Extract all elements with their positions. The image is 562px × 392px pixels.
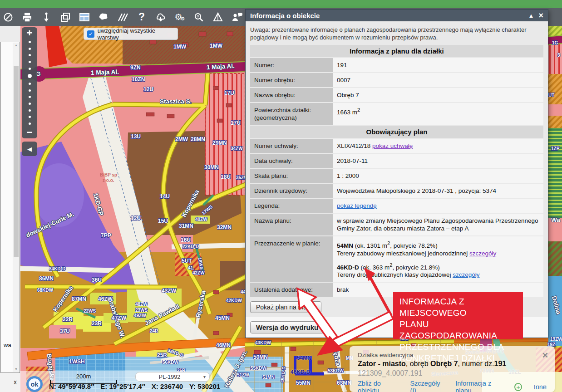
zoom-to-object-link[interactable]: Zbliż do obiektu (358, 380, 398, 392)
bottom-left-corner: x (0, 373, 20, 392)
print-icon[interactable] (21, 11, 34, 24)
table-row: Legenda: pokaż legendę (250, 199, 543, 213)
dialog-notice: Uwaga: prezentowane informacje o planach… (250, 26, 543, 41)
layers-checkbox[interactable]: ✓ (87, 30, 94, 38)
dialog-close-icon[interactable]: × (538, 12, 543, 19)
table-row: Powierzchnia działki:(geometryczna) 1663… (250, 103, 543, 125)
plan-use-entry: 46KD-D (ok. 363 m2, pokrycie 21.8%) Tere… (337, 261, 539, 279)
download-cloud-icon[interactable] (154, 11, 167, 24)
zoom-in-button[interactable]: + (27, 27, 33, 39)
panel-collapse-button[interactable]: ◀ (22, 142, 37, 156)
sidebar-scrollbar[interactable]: ▲ ▼ (13, 43, 19, 372)
layers-checkbox-label: uwzględniaj wszystkie warstwy (98, 27, 177, 41)
table-row: Przeznaczenie w planie: 54MN (ok. 1301 m… (250, 236, 543, 282)
other-link[interactable]: Inne (534, 383, 547, 391)
crs-select[interactable]: PL-1992 ▾ (135, 372, 210, 382)
plus-icon[interactable]: + (514, 383, 522, 391)
table-row: Numer uchwały: XLIX/412/18 pokaż uchwałę (250, 139, 543, 153)
details-link[interactable]: Szczegóły (I) (410, 380, 444, 392)
parcel-id: 121309_4.0007.191 (358, 369, 547, 377)
parcel-identity: Zator - miasto, obręb Obręb 7, numer dz.… (358, 360, 547, 368)
coordinates-pin-icon[interactable] (40, 11, 53, 24)
copy-frames-icon[interactable] (59, 11, 72, 24)
zoom-slider[interactable] (28, 39, 32, 127)
section-header-plan: Obowiązujący plan (250, 126, 543, 138)
scroll-down-icon[interactable]: ▼ (13, 367, 19, 372)
help-icon[interactable]: ? (135, 11, 148, 24)
section-header-parcel: Informacja z planu dla działki (250, 45, 543, 57)
chevron-down-icon: ▾ (203, 374, 206, 379)
annotation-box: INFORMACJA Z MIEJSCOWEGO PLANU ZAGOSPODA… (393, 292, 523, 339)
sidebar-panel: wa ▲ ▼ (0, 42, 20, 373)
region-shape-icon[interactable] (97, 11, 110, 24)
scroll-up-icon[interactable]: ▲ (13, 43, 19, 48)
top-green-banner (0, 0, 562, 9)
dialog-titlebar[interactable]: Informacja o obiekcie ▲ × (246, 10, 548, 21)
table-row: Skala planu: 1 : 2000 (250, 169, 543, 183)
table-row: Numer obrębu: 0007 (250, 73, 543, 87)
print-version-button[interactable]: Wersja do wydruku (250, 321, 324, 333)
popup-links: Zbliż do obiektu Szczegóły (I) Informacj… (358, 380, 547, 392)
search-icon[interactable] (192, 11, 205, 24)
dialog-title: Informacja o obiekcie (250, 12, 320, 20)
table-row: Numer: 191 (250, 58, 543, 72)
layers-checkbox-panel: ✓ uwzględniaj wszystkie warstwy (84, 28, 178, 40)
slash-circle-icon[interactable] (2, 11, 15, 24)
details-link[interactable]: szczegóły (469, 250, 496, 257)
scrollbar-thumb[interactable] (14, 66, 19, 257)
object-info-dialog: Informacja o obiekcie ▲ × Uwaga: prezent… (245, 9, 548, 338)
show-legend-link[interactable]: pokaż legendę (337, 202, 377, 209)
show-resolution-link[interactable]: pokaż uchwałę (372, 142, 413, 149)
popup-heading: Działka ewidencyjna (358, 352, 547, 358)
zoom-out-button[interactable]: − (27, 127, 33, 138)
dialog-collapse-icon[interactable]: ▲ (528, 12, 534, 19)
show-plan-on-map-button[interactable]: Pokaż plan na mapie (250, 301, 321, 313)
plan-use-entry: 54MN (ok. 1301 m2, pokrycie 78.2%) Teren… (337, 240, 539, 257)
sidebar-clipped-text: wa (4, 342, 11, 348)
dialog-body: Uwaga: prezentowane informacje o planach… (246, 21, 548, 338)
app-window: 1MW1MW1 Maja Al.1 Maja Al.G9ZN10ZN12U17U… (0, 0, 562, 392)
plan-info-link[interactable]: Informacja z planu (455, 380, 503, 392)
parcel-popup: ✕ Działka ewidencyjna Zator - miasto, ob… (350, 346, 555, 392)
ok-button[interactable]: ok (26, 376, 43, 392)
layout-icon[interactable] (78, 11, 91, 24)
warning-prism-icon[interactable] (212, 11, 224, 24)
zoom-control: + − (22, 27, 37, 138)
settings-gears-icon[interactable]: ⚙⚙ (173, 11, 186, 24)
details-link[interactable]: szczegóły (453, 271, 479, 278)
contact-person-icon[interactable] (231, 11, 243, 24)
table-row: Nazwa obrębu: Obręb 7 (250, 88, 543, 102)
coordinates-readout: N: 49°59′49.8″E: 19°25′17.4″X: 236740Y: … (49, 382, 227, 390)
scale-label: 200m (50, 373, 117, 380)
left-sidebar: wa ▲ ▼ (0, 26, 20, 392)
measure-icon[interactable] (116, 11, 129, 24)
table-row: Nazwa planu: w sprawie zmiany Miejscoweg… (250, 214, 543, 235)
table-row: Dziennik urzędowy: Województwa Małopolsk… (250, 184, 543, 198)
popup-close-icon[interactable]: ✕ (542, 351, 548, 360)
corner-x-label: x (14, 378, 17, 386)
table-row: Data uchwały: 2018-07-11 (250, 154, 543, 168)
